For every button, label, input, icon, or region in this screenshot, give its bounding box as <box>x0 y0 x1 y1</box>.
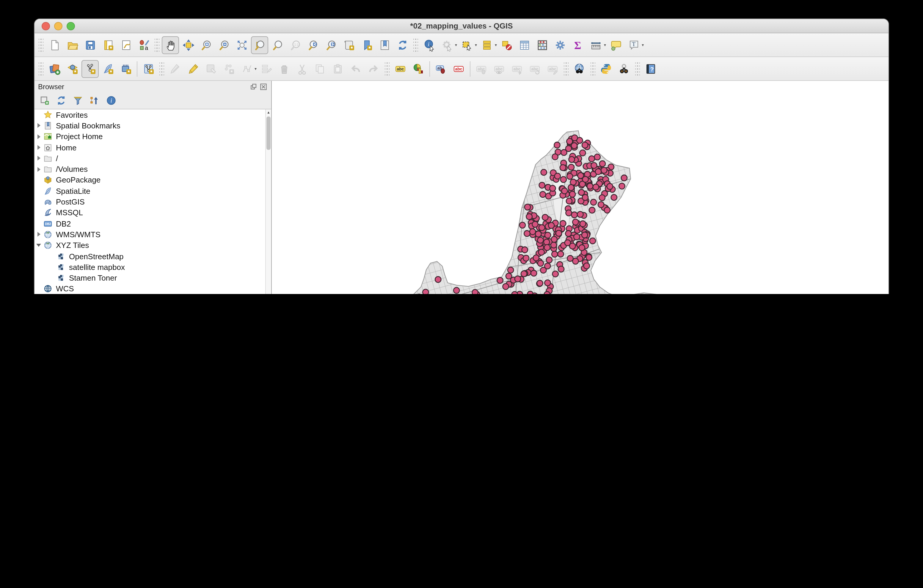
data-source-manager-button[interactable] <box>46 60 63 77</box>
open-attribute-table-button[interactable] <box>516 36 533 54</box>
scrollbar-thumb[interactable] <box>266 117 271 150</box>
toggle-editing-button[interactable] <box>184 60 202 77</box>
save-project-button[interactable] <box>82 36 99 54</box>
scroll-up-icon[interactable]: ▲ <box>266 109 271 115</box>
zoom-full-extent-icon <box>235 38 248 51</box>
layer-labeling-button[interactable]: ab <box>432 60 449 77</box>
browser-item-home[interactable]: Home <box>34 142 266 153</box>
zoom-to-selection-button[interactable] <box>269 36 286 54</box>
toolbar-drag-handle[interactable] <box>39 61 43 76</box>
metasearch-button[interactable] <box>571 60 588 77</box>
pan-to-selection-button[interactable] <box>180 36 197 54</box>
expand-arrow-icon[interactable] <box>34 134 43 139</box>
browser-float-icon[interactable] <box>249 82 258 91</box>
browser-item-postgis[interactable]: PostGIS <box>34 197 266 207</box>
open-project-button[interactable] <box>64 36 81 54</box>
browser-item-xyz-tiles[interactable]: XYZ Tiles <box>34 240 266 251</box>
browser-close-icon[interactable] <box>259 82 268 91</box>
browser-item-spatialite[interactable]: SpatiaLite <box>34 186 266 197</box>
identify-features-button[interactable]: i <box>420 36 438 54</box>
toolbar-drag-handle[interactable] <box>154 37 159 53</box>
expand-arrow-icon[interactable] <box>34 145 43 150</box>
refresh-browser-button[interactable] <box>54 93 69 108</box>
help-contents-button[interactable]: ? <box>642 60 659 77</box>
new-spatialite-layer-button[interactable] <box>99 60 117 77</box>
new-map-view-button[interactable] <box>340 36 357 54</box>
toolbar-drag-handle[interactable] <box>590 61 595 76</box>
toolbar-drag-handle[interactable] <box>39 37 43 53</box>
browser-item-project-home[interactable]: Project Home <box>34 131 266 142</box>
zoom-to-layer-button[interactable] <box>251 36 268 54</box>
new-project-button[interactable] <box>46 36 63 54</box>
new-temporary-scratch-layer-button[interactable] <box>117 60 135 77</box>
expand-arrow-icon[interactable] <box>34 232 43 237</box>
layer-labeling-options-button[interactable]: abc <box>392 60 409 77</box>
random-point <box>570 191 575 197</box>
layer-diagram-options-button[interactable] <box>409 60 427 77</box>
browser-item-db2[interactable]: DB2DB2 <box>34 218 266 229</box>
expand-arrow-icon[interactable] <box>34 123 43 128</box>
close-window-button[interactable] <box>42 22 50 30</box>
filter-browser-button[interactable] <box>70 93 85 108</box>
titlebar[interactable]: *02_mapping_values - QGIS <box>34 19 889 33</box>
minimize-window-button[interactable] <box>54 22 62 30</box>
processing-toolbox-button[interactable] <box>552 36 569 54</box>
maximize-window-button[interactable] <box>67 22 75 30</box>
layer-labeling-rules-button[interactable]: abc <box>450 60 467 77</box>
collapse-all-button[interactable] <box>87 93 102 108</box>
new-spatial-bookmark-button[interactable] <box>358 36 375 54</box>
add-vector-layer-button[interactable] <box>64 60 81 77</box>
expand-arrow-icon[interactable] <box>34 167 43 171</box>
new-shapefile-layer-button[interactable] <box>82 60 99 77</box>
toolbar-drag-handle[interactable] <box>384 61 389 76</box>
python-console-button[interactable] <box>598 60 615 77</box>
toolbar-drag-handle[interactable] <box>563 61 568 76</box>
browser-item-stamen-toner[interactable]: Stamen Toner <box>34 273 266 284</box>
text-annotation-icon: T <box>627 38 640 51</box>
random-point <box>560 220 566 227</box>
zoom-next-button[interactable] <box>322 36 340 54</box>
zoom-out-button[interactable] <box>215 36 233 54</box>
qgis-window: *02_mapping_values - QGIS a1:1i▾▾▾Σ▾T▾ ▾… <box>34 18 889 294</box>
browser-toolbar: i <box>34 92 271 109</box>
collapse-arrow-icon[interactable] <box>34 244 43 247</box>
toolbar-drag-handle[interactable] <box>159 61 164 76</box>
manage-plugins-button[interactable] <box>615 60 632 77</box>
map-tips-button[interactable] <box>607 36 624 54</box>
expand-arrow-icon[interactable] <box>34 156 43 161</box>
deselect-features-button[interactable] <box>498 36 515 54</box>
browser-item--[interactable]: / <box>34 153 266 164</box>
browser-item-satellite-mapbox[interactable]: satellite mapbox <box>34 261 266 273</box>
text-annotation-button[interactable]: T <box>625 36 642 54</box>
statistical-summary-button[interactable]: Σ <box>570 36 587 54</box>
add-selected-layers-button[interactable] <box>37 93 53 108</box>
new-virtual-layer-button[interactable] <box>140 60 157 77</box>
browser-item-wms-wmts[interactable]: WMS/WMTS <box>34 229 266 240</box>
browser-item-openstreetmap[interactable]: OpenStreetMap <box>34 251 266 262</box>
toolbar-drag-handle[interactable] <box>635 61 640 76</box>
browser-vertical-scrollbar[interactable]: ▲ ▼ <box>265 109 271 294</box>
map-canvas[interactable] <box>272 81 889 294</box>
select-features-by-value-button[interactable] <box>478 36 495 54</box>
zoom-full-extent-button[interactable] <box>233 36 250 54</box>
enable-properties-widget-button[interactable]: i <box>103 93 119 108</box>
browser-item-favorites[interactable]: Favorites <box>34 109 266 120</box>
field-calculator-button[interactable] <box>534 36 551 54</box>
folder2-icon <box>43 153 53 164</box>
browser-item-wcs[interactable]: WCS <box>34 284 266 294</box>
style-manager-button[interactable]: a <box>135 36 152 54</box>
browser-item-spatial-bookmarks[interactable]: Spatial Bookmarks <box>34 120 266 131</box>
select-features-button[interactable] <box>458 36 475 54</box>
browser-item-mssql[interactable]: MSSQL <box>34 207 266 218</box>
show-spatial-bookmarks-button[interactable] <box>376 36 393 54</box>
zoom-last-button[interactable] <box>304 36 322 54</box>
toolbar-drag-handle[interactable] <box>413 37 418 53</box>
zoom-in-button[interactable] <box>197 36 215 54</box>
measure-line-button[interactable] <box>587 36 604 54</box>
new-print-layout-button[interactable] <box>99 36 117 54</box>
browser-item--volumes[interactable]: /Volumes <box>34 164 266 175</box>
browser-item-geopackage[interactable]: GeoPackage <box>34 175 266 186</box>
pan-map-button[interactable] <box>162 36 179 54</box>
show-layout-manager-button[interactable] <box>117 36 135 54</box>
refresh-map-button[interactable] <box>394 36 411 54</box>
